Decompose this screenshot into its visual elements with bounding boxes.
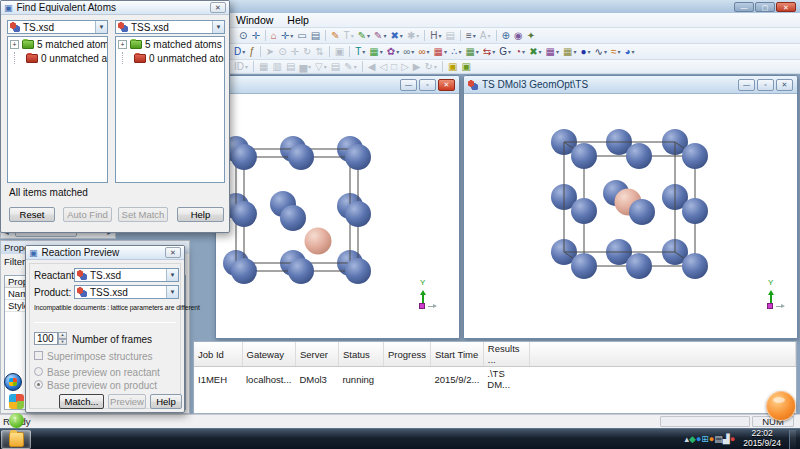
anim-play-icon[interactable]: ▶ — [412, 60, 422, 73]
preview-button[interactable]: Preview — [108, 394, 146, 409]
edit-cell-icon[interactable]: ✎▾ — [343, 60, 357, 73]
viewer-left-canvas[interactable]: Y — [216, 94, 459, 338]
cube-yellow-icon[interactable]: ▣ — [447, 60, 458, 73]
castep-icon[interactable]: ▦▾ — [368, 45, 383, 58]
label-tool-icon[interactable]: A▾ — [479, 29, 492, 42]
sorption-icon[interactable]: ∞▾ — [417, 45, 430, 58]
tree-item-unmatched[interactable]: 0 unmatched atoms — [118, 52, 224, 64]
product-combo[interactable]: TSS.xsd ▼ — [74, 285, 179, 299]
morphology-icon[interactable]: ▦▾ — [545, 45, 560, 58]
selection-frame-icon[interactable]: ▭ — [296, 29, 307, 42]
help-button[interactable]: Help — [177, 207, 224, 222]
display-style-icon[interactable]: ▤ — [310, 29, 321, 42]
chevron-down-icon[interactable]: ▼ — [95, 21, 107, 33]
amorphous-cell-icon[interactable]: T▾ — [354, 45, 366, 58]
translate-icon[interactable]: ✛▾ — [280, 29, 294, 42]
scale-tool-icon[interactable]: ⇅ — [314, 45, 324, 58]
zoom-icon[interactable]: ⊙ — [238, 29, 248, 42]
hbond-icon[interactable]: ◉ — [513, 29, 524, 42]
find-dialog-close-button[interactable]: ✕ — [210, 2, 226, 13]
tree-expander-icon[interactable]: + — [10, 40, 19, 49]
viewer-left-titlebar[interactable]: — ▫ ✕ — [216, 76, 459, 94]
tray-green-diamond-icon[interactable]: ◆ — [689, 434, 696, 444]
chevron-down-icon[interactable]: ▼ — [166, 286, 178, 298]
viewer-right-titlebar[interactable]: TS DMol3 GeomOpt\TS — ▫ ✕ — [464, 76, 797, 94]
measure-icon[interactable]: ▤ — [445, 29, 456, 42]
left-match-tree[interactable]: + 5 matched atoms 0 unmatched atoms — [7, 36, 108, 183]
sheet-icon[interactable]: ▤ — [330, 60, 341, 73]
pan-icon[interactable]: ✛ — [250, 29, 260, 42]
right-structure-combo[interactable]: TSS.xsd ▼ — [115, 20, 225, 34]
table-id-icon[interactable]: ID▾ — [233, 60, 249, 73]
help-button[interactable]: Help — [150, 394, 182, 409]
forcite-icon[interactable]: ∞▾ — [402, 45, 415, 58]
reaction-preview-dialog[interactable]: ▣ Reaction Preview ✕ Reactant: TS.xsd ▼ … — [25, 245, 185, 413]
reaction-dialog-titlebar[interactable]: ▣ Reaction Preview ✕ — [26, 246, 184, 260]
job-status-table[interactable]: Job IdGatewayServerStatusProgressStart T… — [193, 341, 797, 414]
taskbar-app-blocks[interactable] — [1, 392, 31, 411]
function-icon[interactable]: ƒ — [248, 45, 256, 58]
tree-expander-icon[interactable]: + — [118, 40, 127, 49]
viewer-window-right[interactable]: TS DMol3 GeomOpt\TS — ▫ ✕ Y — [463, 75, 798, 339]
viewer-right-maximize-button[interactable]: ▫ — [757, 79, 774, 91]
anim-prev-icon[interactable]: ◁ — [378, 60, 388, 73]
filter-icon[interactable]: ▽▾ — [314, 60, 328, 73]
adjust-h-icon[interactable]: H▾ — [429, 29, 442, 42]
job-table-header[interactable]: Status — [338, 342, 383, 367]
find-dialog-titlebar[interactable]: ▣ Find Equivalent Atoms ✕ — [1, 1, 229, 15]
zoom-tool-icon[interactable]: ⊙ — [277, 45, 287, 58]
recenter-icon[interactable]: ▣ — [334, 45, 345, 58]
chevron-down-icon[interactable]: ▼ — [212, 21, 224, 33]
frames-input[interactable]: 100 — [34, 332, 58, 345]
new-document-icon[interactable]: D▾ — [233, 45, 246, 58]
left-structure-combo[interactable]: TS.xsd ▼ — [7, 20, 108, 34]
table-rows-icon[interactable]: ▤ — [285, 60, 296, 73]
tree-item-matched[interactable]: + 5 matched atoms — [10, 39, 107, 50]
tray-windows-flag-icon[interactable]: ⊞ — [701, 434, 709, 444]
main-close-button[interactable]: ✕ — [776, 2, 796, 12]
job-table-header[interactable]: Start Time — [430, 342, 483, 367]
show-desktop-button[interactable] — [789, 430, 796, 449]
sketch-pen-green-icon[interactable]: ✎▾ — [357, 29, 371, 42]
blends-icon[interactable]: ●▾ — [579, 45, 591, 58]
tree-item-unmatched[interactable]: 0 unmatched atoms — [10, 52, 107, 64]
chart-icon[interactable]: ▅▾ — [298, 60, 312, 73]
delete-icon[interactable]: ✖▾ — [389, 29, 403, 42]
sketch-pen-purple-icon[interactable]: ✎▾ — [373, 29, 387, 42]
viewer-right-close-button[interactable]: ✕ — [776, 79, 793, 91]
style-icon[interactable]: ✦ — [526, 29, 536, 42]
base-on-product-radio[interactable] — [34, 380, 43, 389]
reflex-icon[interactable]: ▦▾ — [433, 45, 448, 58]
taskbar-app-explorer[interactable] — [1, 430, 31, 449]
taskbar-app-360-safe[interactable] — [1, 411, 31, 430]
taskbar-clock[interactable]: 22:02 2015/9/24 — [743, 429, 781, 449]
rotate-tool-icon[interactable]: ↻ — [302, 45, 312, 58]
polymorph-icon[interactable]: ⇆▾ — [482, 45, 496, 58]
match-button[interactable]: Match... — [59, 394, 104, 409]
job-table-header[interactable]: Progress — [383, 342, 430, 367]
conformers-icon[interactable]: ≈▾ — [610, 45, 622, 58]
viewer-left-maximize-button[interactable]: ▫ — [419, 79, 436, 91]
find-equivalent-atoms-dialog[interactable]: ▣ Find Equivalent Atoms ✕ TS.xsd ▼ TSS.x… — [0, 0, 230, 233]
tray-network-icon[interactable]: ▟ — [723, 434, 730, 444]
job-table-row[interactable]: I1MEHlocalhost...DMol3running2015/9/2...… — [194, 367, 796, 392]
select-cursor-icon[interactable]: ➤ — [265, 45, 275, 58]
cube-green-icon[interactable]: ▣ — [460, 60, 471, 73]
reset-button[interactable]: Reset — [9, 207, 55, 222]
table-columns-icon[interactable]: ▥ — [271, 60, 282, 73]
superimpose-checkbox[interactable] — [34, 351, 43, 360]
anim-next-icon[interactable]: ▷ — [400, 60, 410, 73]
viewer-right-canvas[interactable]: Y — [464, 94, 797, 338]
home-view-icon[interactable]: ⌂ — [270, 29, 278, 42]
anim-stop-icon[interactable]: □ — [390, 60, 398, 73]
frames-spinner[interactable]: ▲▼ — [58, 332, 67, 345]
set-match-button[interactable]: Set Match — [118, 207, 168, 222]
onetep-icon[interactable]: ◕▾ — [623, 45, 635, 58]
star-tool-icon[interactable]: ✱▾ — [406, 29, 420, 42]
base-on-reactant-radio[interactable] — [34, 367, 43, 376]
gaussian-icon[interactable]: G▾ — [498, 45, 512, 58]
kinetics-icon[interactable]: ◔▾ — [514, 45, 526, 58]
contacts-icon[interactable]: ⊕ — [501, 29, 511, 42]
mesocite-icon[interactable]: ▦▾ — [464, 45, 479, 58]
main-minimize-button[interactable]: — — [734, 2, 754, 12]
